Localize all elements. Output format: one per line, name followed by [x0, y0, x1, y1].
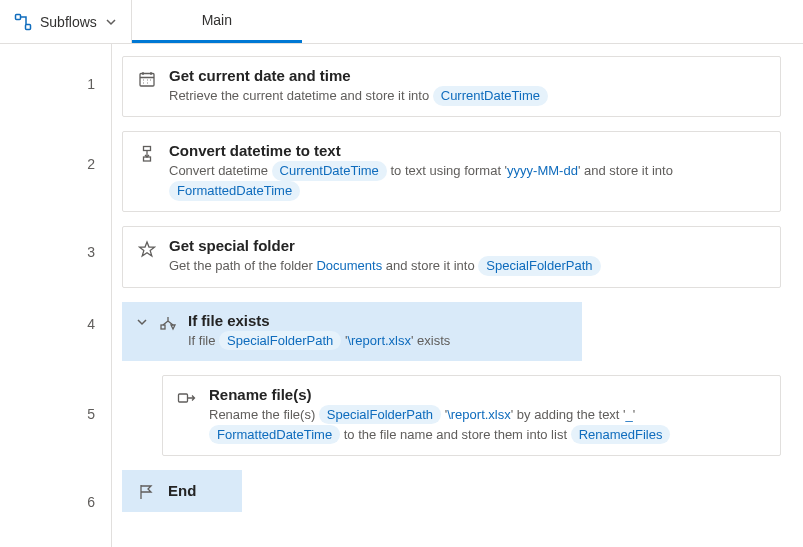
action-title: Get current date and time [169, 67, 766, 84]
branch-icon [158, 314, 178, 334]
calendar-icon [137, 69, 157, 89]
svg-rect-1 [26, 24, 31, 29]
action-rename-files[interactable]: Rename file(s) Rename the file(s) Specia… [162, 375, 781, 456]
action-if-file-exists[interactable]: If file exists If file SpecialFolderPath… [122, 302, 582, 361]
variable-chip: SpecialFolderPath [478, 256, 600, 276]
line-number: 2 [87, 156, 95, 172]
subflows-label: Subflows [40, 14, 97, 30]
action-description: Rename the file(s) SpecialFolderPath '\r… [209, 405, 766, 445]
flow-area: Get current date and time Retrieve the c… [112, 44, 803, 547]
variable-chip: CurrentDateTime [433, 86, 548, 106]
variable-chip: SpecialFolderPath [319, 405, 441, 425]
subflow-icon [14, 13, 32, 31]
svg-rect-3 [144, 147, 151, 151]
variable-chip: RenamedFiles [571, 425, 671, 445]
action-title: If file exists [188, 312, 568, 329]
action-get-datetime[interactable]: Get current date and time Retrieve the c… [122, 56, 781, 117]
variable-chip: SpecialFolderPath [219, 331, 341, 351]
line-number: 1 [87, 76, 95, 92]
action-title: Rename file(s) [209, 386, 766, 403]
variable-chip: CurrentDateTime [272, 161, 387, 181]
action-convert-datetime[interactable]: Convert datetime to text Convert datetim… [122, 131, 781, 212]
svg-rect-5 [161, 325, 165, 329]
tab-main[interactable]: Main [132, 0, 302, 43]
variable-chip: FormattedDateTime [209, 425, 340, 445]
flag-icon [136, 482, 156, 502]
line-number: 6 [87, 494, 95, 510]
action-description: Convert datetime CurrentDateTime to text… [169, 161, 766, 201]
action-title: Get special folder [169, 237, 766, 254]
chevron-down-icon [105, 16, 117, 28]
action-description: If file SpecialFolderPath '\report.xlsx'… [188, 331, 568, 351]
convert-icon [137, 144, 157, 164]
toolbar: Subflows Main [0, 0, 803, 44]
svg-rect-6 [179, 394, 188, 402]
chevron-down-icon[interactable] [136, 316, 148, 328]
line-number: 4 [87, 316, 95, 332]
line-number: 3 [87, 244, 95, 260]
action-description: Get the path of the folder Documents and… [169, 256, 766, 276]
line-gutter: 1 2 3 4 5 6 [0, 44, 112, 547]
workspace: 1 2 3 4 5 6 Get current date and time Re… [0, 44, 803, 547]
action-description: Retrieve the current datetime and store … [169, 86, 766, 106]
subflows-dropdown[interactable]: Subflows [0, 0, 132, 43]
star-icon [137, 239, 157, 259]
variable-chip: FormattedDateTime [169, 181, 300, 201]
action-title: Convert datetime to text [169, 142, 766, 159]
line-number: 5 [87, 406, 95, 422]
action-end[interactable]: End [122, 470, 242, 512]
action-title: End [168, 482, 196, 499]
svg-rect-0 [16, 14, 21, 19]
tab-main-label: Main [202, 12, 232, 28]
if-block: If file exists If file SpecialFolderPath… [122, 302, 781, 512]
action-get-special-folder[interactable]: Get special folder Get the path of the f… [122, 226, 781, 287]
rename-icon [177, 388, 197, 408]
